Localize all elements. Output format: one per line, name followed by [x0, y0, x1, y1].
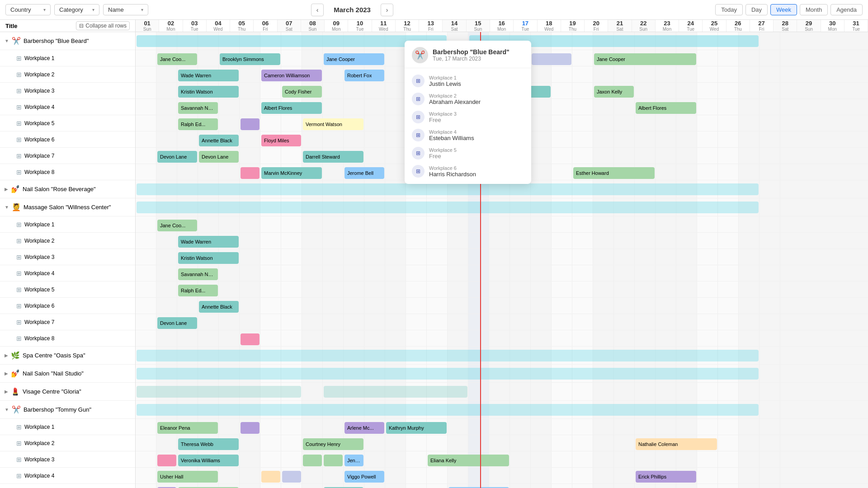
- event-ms_wp7-1[interactable]: Devon Lane: [157, 317, 197, 329]
- row-label-ms_wp2[interactable]: ⊞ Workplace 2: [0, 233, 135, 249]
- row-label-bb_wp6[interactable]: ⊞ Workplace 6: [0, 131, 135, 148]
- row-label-ms_wp7[interactable]: ⊞ Workplace 7: [0, 314, 135, 330]
- event-bb_wp7-3[interactable]: Devon Lane: [199, 151, 239, 163]
- row-label-ms_wp5[interactable]: ⊞ Workplace 5: [0, 282, 135, 298]
- event-bb_wp8-5[interactable]: [241, 167, 259, 179]
- event-bb_wp8-21[interactable]: Esther Howard: [573, 167, 655, 179]
- event-bb_wp2-10[interactable]: Robert Fox: [344, 70, 384, 81]
- row-label-tg_wp1[interactable]: ⊞ Workplace 1: [0, 419, 135, 435]
- event-tg_wp4-7[interactable]: [282, 471, 301, 483]
- event-ms_wp5-2[interactable]: Ralph Ed...: [178, 285, 218, 296]
- row-label-bb_wp2[interactable]: ⊞ Workplace 2: [0, 66, 135, 83]
- row-label-tg_wp5[interactable]: ⊞ Workplace 5: [0, 484, 135, 488]
- event-tg_wp3-1[interactable]: [157, 455, 176, 466]
- event-bb_wp1-22[interactable]: Jane Cooper: [594, 53, 696, 65]
- event-bb_wp3-7[interactable]: Cody Fisher: [282, 86, 322, 98]
- row-label-ms_wp8[interactable]: ⊞ Workplace 8: [0, 330, 135, 347]
- row-label-bb_wp4[interactable]: ⊞ Workplace 4: [0, 99, 135, 115]
- event-ms_wp3-2[interactable]: Kristin Watson: [178, 252, 239, 264]
- row-label-tg_wp3[interactable]: ⊞ Workplace 3: [0, 451, 135, 468]
- event-bb_wp1-9[interactable]: Jane Cooper: [324, 53, 384, 65]
- event-tg_wp3-10[interactable]: Jenny Wil...: [344, 455, 363, 466]
- category-filter[interactable]: Category ▾: [54, 4, 99, 15]
- event-bb_wp1-1[interactable]: Jane Coo...: [157, 53, 197, 65]
- row-label-bb_wp8[interactable]: ⊞ Workplace 8: [0, 164, 135, 180]
- event-bb_wp2-2[interactable]: Wade Warren: [178, 70, 239, 81]
- event-ns-0[interactable]: [137, 183, 759, 195]
- event-bb_wp3-22[interactable]: Jaxon Kelly: [594, 86, 634, 98]
- event-tg_wp3-2[interactable]: Veronika Williams: [178, 455, 239, 466]
- event-tg_wp4-6[interactable]: [261, 471, 280, 483]
- row-label-spa[interactable]: ▶ 🌿 Spa Centre "Oasis Spa": [0, 347, 135, 365]
- row-label-bb_wp7[interactable]: ⊞ Workplace 7: [0, 148, 135, 164]
- event-bb_wp1-19[interactable]: [532, 53, 571, 65]
- name-filter[interactable]: Name ▾: [103, 4, 148, 15]
- row-label-ms[interactable]: ▼ 💆 Massage Salon "Willness Center": [0, 198, 135, 216]
- event-tg_wp3-9[interactable]: [324, 455, 343, 466]
- row-label-bb_wp5[interactable]: ⊞ Workplace 5: [0, 115, 135, 131]
- today-button[interactable]: Today: [715, 4, 743, 15]
- event-bb_wp4-6[interactable]: Albert Flores: [261, 102, 322, 114]
- event-bb_wp8-10[interactable]: Jerome Bell: [344, 167, 384, 179]
- event-vc-0[interactable]: [137, 386, 301, 398]
- event-bb_wp7-1[interactable]: Devon Lane: [157, 151, 197, 163]
- event-tg_wp1-5[interactable]: [241, 422, 259, 434]
- event-tg_wp4-10[interactable]: Viggo Powell: [344, 471, 384, 483]
- event-bb_wp5-5[interactable]: [241, 118, 259, 130]
- event-ns2-0[interactable]: [137, 368, 759, 380]
- event-tg_wp3-14[interactable]: Eliana Kelly: [428, 455, 509, 466]
- event-bb_wp5-8[interactable]: Vermont Watson: [303, 118, 363, 130]
- event-bb_wp8-6[interactable]: Marvin McKinney: [261, 167, 322, 179]
- row-label-vc[interactable]: ▶ 💄 Visage Centre "Gloria": [0, 383, 135, 401]
- event-tg_wp2-8[interactable]: Courtney Henry: [303, 438, 363, 450]
- row-label-ns2[interactable]: ▶ 💅 Nail Salon "Nail Studio": [0, 365, 135, 383]
- event-tg_wp2-24[interactable]: Nathalie Coleman: [636, 438, 717, 450]
- row-label-ns[interactable]: ▶ 💅 Nail Salon "Rose Beverage": [0, 180, 135, 198]
- event-spa-0[interactable]: [137, 350, 759, 361]
- row-label-tg_wp2[interactable]: ⊞ Workplace 2: [0, 435, 135, 451]
- view-day-button[interactable]: Day: [745, 4, 768, 15]
- event-ms_wp8-5[interactable]: [241, 333, 259, 345]
- event-tg_wp1-12[interactable]: Kathryn Murphy: [386, 422, 447, 434]
- row-label-ms_wp4[interactable]: ⊞ Workplace 4: [0, 265, 135, 282]
- event-bb_wp4-24[interactable]: Albert Flores: [636, 102, 696, 114]
- event-vc-9[interactable]: [324, 386, 467, 398]
- event-tg-0[interactable]: [137, 404, 759, 416]
- event-tg_wp4-1[interactable]: Usher Hall: [157, 471, 218, 483]
- event-tg_wp4-24[interactable]: Erick Phillips: [636, 471, 696, 483]
- view-month-button[interactable]: Month: [800, 4, 828, 15]
- event-bb_wp3-2[interactable]: Kristin Watson: [178, 86, 239, 98]
- event-bb_wp5-2[interactable]: Ralph Ed...: [178, 118, 218, 130]
- view-week-button[interactable]: Week: [770, 4, 797, 15]
- collapse-all-button[interactable]: ⊟ Collapse all rows: [76, 21, 130, 30]
- event-ms_wp1-1[interactable]: Jane Coo...: [157, 220, 197, 231]
- event-tg_wp1-1[interactable]: Eleanor Pena: [157, 422, 218, 434]
- event-tg_wp1-10[interactable]: Arlene Mc...: [344, 422, 384, 434]
- row-label-ms_wp3[interactable]: ⊞ Workplace 3: [0, 249, 135, 265]
- row-label-bb_wp3[interactable]: ⊞ Workplace 3: [0, 83, 135, 99]
- event-bb_wp6-6[interactable]: Floyd Miles: [261, 135, 301, 146]
- row-label-bb_wp1[interactable]: ⊞ Workplace 1: [0, 50, 135, 66]
- event-tg_wp2-2[interactable]: Theresa Webb: [178, 438, 239, 450]
- row-label-tg[interactable]: ▼ ✂️ Barbershop "Tommy Gun": [0, 401, 135, 419]
- event-bb_wp7-8[interactable]: Darrell Steward: [303, 151, 363, 163]
- event-bb_wp2-6[interactable]: Cameron Williamson: [261, 70, 322, 81]
- country-filter[interactable]: Country ▾: [5, 4, 51, 15]
- event-bb-0[interactable]: [137, 35, 447, 47]
- event-ms-0[interactable]: [137, 202, 759, 213]
- row-label-ms_wp1[interactable]: ⊞ Workplace 1: [0, 216, 135, 233]
- event-ms_wp4-2[interactable]: Savannah Nguyen: [178, 268, 218, 280]
- row-label-ms_wp6[interactable]: ⊞ Workplace 6: [0, 298, 135, 314]
- row-label-bb[interactable]: ▼ ✂️ Barbershop "Blue Beard": [0, 32, 135, 50]
- event-tg_wp3-8[interactable]: [303, 455, 322, 466]
- event-bb_wp6-3[interactable]: Annette Black: [199, 135, 239, 146]
- event-ms_wp2-2[interactable]: Wade Warren: [178, 236, 239, 248]
- cell-bb_wp6-day5: [240, 131, 260, 147]
- prev-button[interactable]: ‹: [311, 4, 324, 16]
- event-bb_wp1-4[interactable]: Brooklyn Simmons: [220, 53, 280, 65]
- row-label-tg_wp4[interactable]: ⊞ Workplace 4: [0, 468, 135, 484]
- event-bb_wp4-2[interactable]: Savannah Nguyen: [178, 102, 218, 114]
- next-button[interactable]: ›: [381, 4, 393, 16]
- view-agenda-button[interactable]: Agenda: [830, 4, 863, 15]
- event-ms_wp6-3[interactable]: Annette Black: [199, 301, 239, 313]
